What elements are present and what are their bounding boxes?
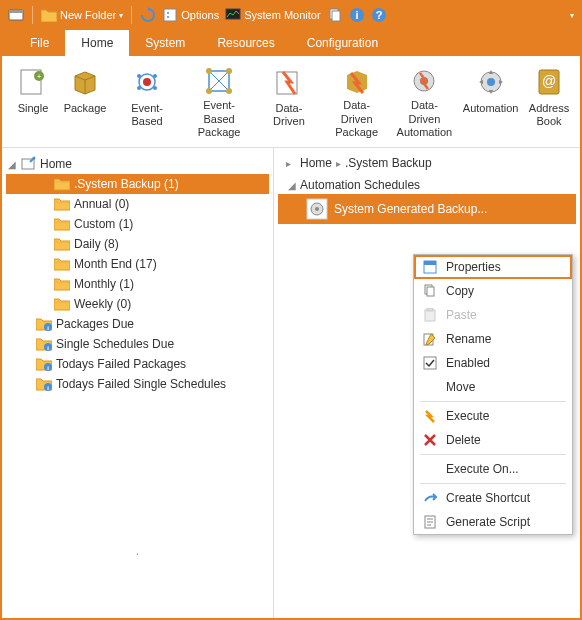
ctx-execute-on[interactable]: Execute On...	[414, 457, 572, 481]
ctx-copy[interactable]: Copy	[414, 279, 572, 303]
ctx-enabled[interactable]: Enabled	[414, 351, 572, 375]
ribbon-automation[interactable]: Automation	[459, 60, 522, 143]
folder-icon	[54, 216, 70, 232]
ctx-properties[interactable]: Properties	[414, 255, 572, 279]
ctx-generate-script-label: Generate Script	[446, 515, 530, 529]
tree-item-label: Todays Failed Packages	[56, 357, 186, 371]
app-icon[interactable]	[8, 7, 24, 23]
tab-system[interactable]: System	[129, 30, 201, 56]
folder-icon: i	[36, 336, 52, 352]
svg-point-36	[33, 157, 36, 160]
svg-point-47	[315, 207, 319, 211]
tree-item[interactable]: Daily (8)	[6, 234, 269, 254]
folder-icon	[54, 296, 70, 312]
tree-item-label: Packages Due	[56, 317, 134, 331]
tree-item[interactable]: Monthly (1)	[6, 274, 269, 294]
refresh-button[interactable]	[140, 7, 156, 23]
tree-group-automation-schedules[interactable]: ◢ Automation Schedules	[278, 176, 576, 194]
folder-icon	[54, 236, 70, 252]
ribbon: + Single Package Event-Based Event-Based…	[2, 56, 580, 148]
svg-rect-49	[424, 261, 436, 265]
collapse-icon[interactable]: ◢	[6, 158, 18, 170]
tree-root-home[interactable]: ◢ Home	[6, 154, 269, 174]
folder-icon	[54, 276, 70, 292]
svg-text:@: @	[542, 73, 556, 89]
ribbon-event-based[interactable]: Event-Based	[112, 60, 182, 143]
help-qat-button[interactable]: ?	[371, 7, 387, 23]
ctx-execute[interactable]: Execute	[414, 404, 572, 428]
svg-point-17	[137, 74, 141, 78]
tree-item[interactable]: Month End (17)	[6, 254, 269, 274]
tree-item[interactable]: Weekly (0)	[6, 294, 269, 314]
single-icon: +	[15, 64, 51, 100]
ctx-paste: Paste	[414, 303, 572, 327]
ribbon-event-based-package[interactable]: Event-Based Package	[184, 60, 254, 143]
tree-item-label: System Generated Backup...	[334, 202, 487, 216]
tab-resources[interactable]: Resources	[201, 30, 290, 56]
tree-item-label: Month End (17)	[74, 257, 157, 271]
svg-point-20	[153, 86, 157, 90]
breadcrumb: ▸ Home ▸ .System Backup	[278, 154, 576, 172]
ribbon-data-driven-package[interactable]: Data-Driven Package	[324, 60, 390, 143]
tab-file[interactable]: File	[14, 30, 65, 56]
qat-overflow-icon[interactable]: ▾	[570, 11, 574, 20]
ribbon-single[interactable]: + Single	[8, 60, 58, 143]
tree-item-label: Monthly (1)	[74, 277, 134, 291]
ctx-create-shortcut[interactable]: Create Shortcut	[414, 486, 572, 510]
tree-item[interactable]: iSingle Schedules Due	[6, 334, 269, 354]
paste-icon	[422, 307, 438, 323]
refresh-icon	[140, 7, 156, 23]
tree-item[interactable]: iTodays Failed Single Schedules	[6, 374, 269, 394]
delete-icon	[422, 432, 438, 448]
ribbon-address-book[interactable]: @ Address Book	[524, 60, 574, 143]
ctx-execute-label: Execute	[446, 409, 489, 423]
tree-item[interactable]: .System Backup (1)	[6, 174, 269, 194]
info-qat-button[interactable]: i	[349, 7, 365, 23]
new-folder-button[interactable]: New Folder ▾	[41, 7, 123, 23]
tree-item[interactable]: iTodays Failed Packages	[6, 354, 269, 374]
options-button[interactable]: Options	[162, 7, 219, 23]
tree-item-label: Weekly (0)	[74, 297, 131, 311]
folder-icon: i	[36, 376, 52, 392]
ctx-move[interactable]: Move	[414, 375, 572, 399]
ribbon-package[interactable]: Package	[60, 60, 110, 143]
folder-icon	[54, 256, 70, 272]
breadcrumb-home[interactable]: Home	[300, 156, 332, 170]
ctx-delete[interactable]: Delete	[414, 428, 572, 452]
tree-item[interactable]: iPackages Due	[6, 314, 269, 334]
tree-item-label: Todays Failed Single Schedules	[56, 377, 226, 391]
ctx-generate-script[interactable]: Generate Script	[414, 510, 572, 534]
properties-icon	[422, 259, 438, 275]
svg-point-27	[226, 88, 232, 94]
copy-qat-button[interactable]	[327, 7, 343, 23]
breadcrumb-current[interactable]: .System Backup	[345, 156, 432, 170]
ribbon-data-driven[interactable]: Data-Driven	[256, 60, 322, 143]
collapse-icon[interactable]: ◢	[286, 179, 298, 191]
context-menu: Properties Copy Paste Rename Enabled	[413, 254, 573, 535]
data-driven-package-icon	[339, 64, 375, 97]
tab-configuration[interactable]: Configuration	[291, 30, 394, 56]
svg-text:i: i	[355, 9, 358, 21]
folder-icon: i	[36, 356, 52, 372]
svg-point-4	[167, 16, 169, 18]
svg-rect-2	[164, 9, 176, 21]
tree-item-system-generated-backup[interactable]: System Generated Backup...	[278, 194, 576, 224]
ctx-execute-on-label: Execute On...	[446, 462, 519, 476]
tree-group-label: Automation Schedules	[300, 178, 420, 192]
svg-text:+: +	[37, 72, 42, 81]
ctx-paste-label: Paste	[446, 308, 477, 322]
options-label: Options	[181, 9, 219, 21]
svg-rect-55	[424, 357, 436, 369]
ribbon-automation-label: Automation	[463, 102, 519, 115]
tab-home[interactable]: Home	[65, 30, 129, 56]
tree-item[interactable]: Custom (1)	[6, 214, 269, 234]
svg-rect-7	[332, 11, 340, 21]
shortcut-icon	[422, 490, 438, 506]
ctx-rename[interactable]: Rename	[414, 327, 572, 351]
breadcrumb-back-icon[interactable]: ▸	[282, 157, 294, 169]
system-monitor-button[interactable]: System Monitor	[225, 7, 320, 23]
ribbon-data-driven-automation[interactable]: Data-Driven Automation	[392, 60, 458, 143]
menu-bar: File Home System Resources Configuration	[2, 28, 580, 56]
tree-item[interactable]: Annual (0)	[6, 194, 269, 214]
blank-icon	[422, 379, 438, 395]
